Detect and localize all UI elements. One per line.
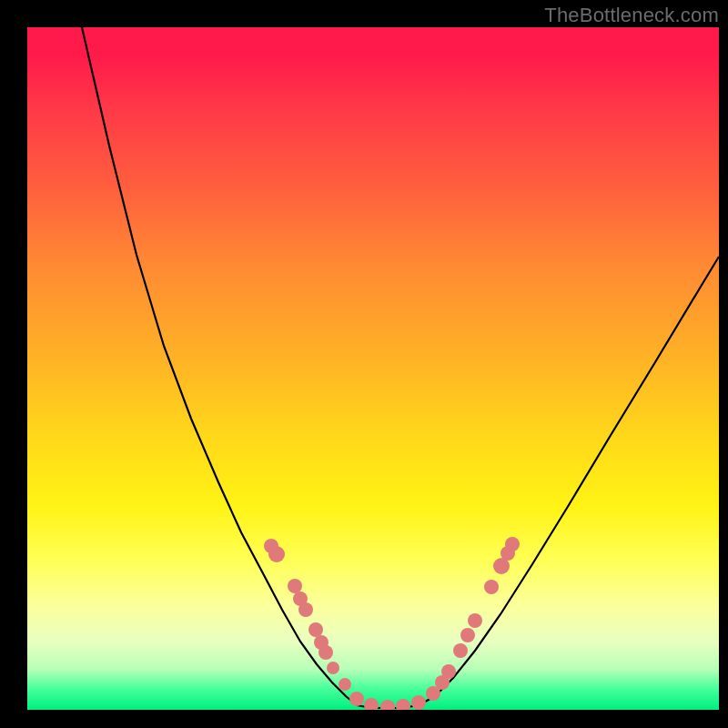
scatter-dot [396,699,410,710]
scatter-dot [453,643,468,658]
scatter-dot [349,692,364,706]
scatter-points [264,537,520,710]
chart-frame: TheBottleneck.com [0,0,728,728]
scatter-dot [380,700,395,710]
scatter-dot [288,579,302,593]
scatter-dot [327,662,339,674]
scatter-dot [298,602,313,617]
scatter-dot [484,580,499,594]
curve-svg [27,27,719,710]
scatter-dot [411,695,426,710]
scatter-dot [364,698,379,710]
plot-area [27,27,719,710]
scatter-dot [441,664,456,679]
scatter-dot [339,678,351,691]
watermark-text: TheBottleneck.com [544,4,719,27]
scatter-dot [308,622,323,637]
scatter-dot [460,628,475,642]
scatter-dot [268,546,285,562]
scatter-dot [468,613,482,628]
scatter-dot [505,537,520,551]
scatter-dot [318,645,333,660]
left-curve [82,27,357,705]
